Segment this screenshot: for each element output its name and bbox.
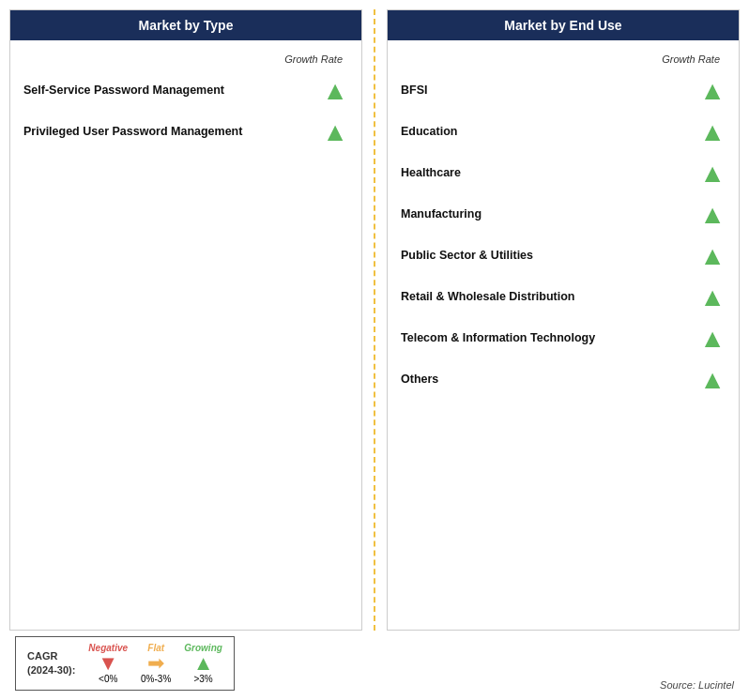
left-growth-rate-label: Growth Rate xyxy=(284,53,343,65)
right-item-label: Others xyxy=(401,372,692,388)
negative-arrow-icon: ▼ xyxy=(98,653,118,674)
legend-negative: Negative ▼ <0% xyxy=(88,643,128,684)
right-item-row: Telecom & Information Technology ▲ xyxy=(401,318,726,359)
left-panel: Market by Type Growth Rate Self-Service … xyxy=(9,9,362,631)
left-growth-rate-row: Growth Rate xyxy=(23,53,348,65)
bottom-row: CAGR (2024-30): Negative ▼ <0% Flat ➡ 0%… xyxy=(9,636,740,691)
legend-area: CAGR (2024-30): Negative ▼ <0% Flat ➡ 0%… xyxy=(15,636,235,691)
flat-arrow-icon: ➡ xyxy=(147,653,164,674)
right-panel: Market by End Use Growth Rate BFSI ▲ Edu… xyxy=(387,9,740,631)
left-item-row: Self-Service Password Management ▲ xyxy=(23,70,348,112)
right-item-arrow-icon: ▲ xyxy=(699,119,726,145)
right-item-row: Manufacturing ▲ xyxy=(401,194,726,236)
left-item-arrow-icon: ▲ xyxy=(322,78,348,104)
legend-flat: Flat ➡ 0%-3% xyxy=(141,643,171,684)
left-panel-header: Market by Type xyxy=(10,10,361,40)
right-item-label: Public Sector & Utilities xyxy=(401,248,692,265)
vertical-divider xyxy=(374,9,375,631)
right-growth-rate-row: Growth Rate xyxy=(401,53,726,65)
right-item-arrow-icon: ▲ xyxy=(699,202,726,228)
right-item-row: Others ▲ xyxy=(401,359,726,401)
legend-growing: Growing ▲ >3% xyxy=(184,643,222,684)
source-text: Source: Lucintel xyxy=(660,679,734,691)
growing-value: >3% xyxy=(193,674,212,684)
charts-row: Market by Type Growth Rate Self-Service … xyxy=(9,9,740,631)
right-item-row: Retail & Wholesale Distribution ▲ xyxy=(401,277,726,318)
negative-value: <0% xyxy=(99,674,117,684)
right-item-arrow-icon: ▲ xyxy=(699,243,726,269)
right-item-label: Manufacturing xyxy=(401,206,692,223)
right-item-label: Education xyxy=(401,124,692,141)
left-item-arrow-icon: ▲ xyxy=(322,119,348,145)
cagr-label: CAGR xyxy=(27,650,57,662)
right-item-arrow-icon: ▲ xyxy=(699,326,726,352)
right-item-arrow-icon: ▲ xyxy=(699,160,726,187)
right-item-row: Healthcare ▲ xyxy=(401,153,726,194)
right-panel-body: Growth Rate BFSI ▲ Education ▲ Healthcar… xyxy=(388,40,739,630)
right-items-container: BFSI ▲ Education ▲ Healthcare ▲ Manufact… xyxy=(401,70,726,401)
right-item-label: Retail & Wholesale Distribution xyxy=(401,289,692,306)
right-growth-rate-label: Growth Rate xyxy=(662,53,720,65)
right-item-row: Education ▲ xyxy=(401,112,726,153)
flat-value: 0%-3% xyxy=(141,674,171,684)
right-panel-header: Market by End Use xyxy=(388,10,739,40)
left-item-row: Privileged User Password Management ▲ xyxy=(23,112,348,153)
right-item-arrow-icon: ▲ xyxy=(699,284,726,311)
cagr-years: (2024-30): xyxy=(27,664,75,676)
right-item-label: Healthcare xyxy=(401,165,692,182)
right-item-label: Telecom & Information Technology xyxy=(401,330,692,347)
left-item-label: Self-Service Password Management xyxy=(23,83,314,99)
left-items-container: Self-Service Password Management ▲ Privi… xyxy=(23,70,348,153)
legend-box: CAGR (2024-30): Negative ▼ <0% Flat ➡ 0%… xyxy=(15,636,235,691)
right-item-arrow-icon: ▲ xyxy=(699,78,726,104)
right-item-label: BFSI xyxy=(401,83,692,99)
left-item-label: Privileged User Password Management xyxy=(23,124,314,141)
left-panel-body: Growth Rate Self-Service Password Manage… xyxy=(10,40,361,630)
growing-arrow-icon: ▲ xyxy=(193,653,214,674)
main-container: Market by Type Growth Rate Self-Service … xyxy=(0,0,749,700)
legend-cagr: CAGR (2024-30): xyxy=(27,649,75,678)
right-item-row: BFSI ▲ xyxy=(401,70,726,112)
right-item-row: Public Sector & Utilities ▲ xyxy=(401,236,726,277)
right-item-arrow-icon: ▲ xyxy=(699,367,726,393)
